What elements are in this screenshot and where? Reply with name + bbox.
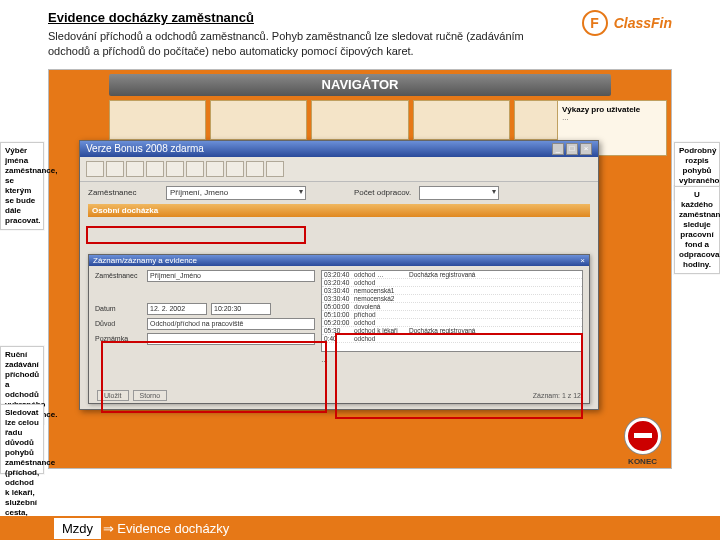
nav-thumb[interactable] [413, 100, 510, 140]
save-button[interactable]: Uložit [97, 390, 129, 401]
list-item[interactable]: 03:30:40nemocenská2 [322, 295, 582, 303]
page-header: Evidence docházky zaměstnanců Sledování … [0, 0, 720, 63]
note-input[interactable] [147, 333, 315, 345]
toolbar-button[interactable] [86, 161, 104, 177]
list-item[interactable]: 05:00:00dovolená [322, 303, 582, 311]
page-subtitle: Sledování příchodů a odchodů zaměstnanců… [48, 29, 562, 59]
callout-reasons: Sledovat lze celou řadu důvodů pohybů za… [0, 404, 44, 474]
date-input[interactable]: 12. 2. 2002 [147, 303, 207, 315]
dialog-title-text: Záznam/záznamy a evidence [93, 256, 197, 265]
toolbar-button[interactable] [166, 161, 184, 177]
brand-logo-icon: F [582, 10, 608, 36]
employee-field-row: Zaměstnanec Příjmení, Jmeno Počet odprac… [88, 186, 590, 200]
period-dropdown[interactable] [419, 186, 499, 200]
navigator-bar: NAVIGÁTOR [109, 74, 611, 96]
toolbar-button[interactable] [266, 161, 284, 177]
reason-label: Důvod [95, 320, 143, 327]
note-label: Poznámka [95, 335, 143, 342]
callout-work-fund: U každého zaměstnance sleduje pracovní f… [674, 186, 720, 274]
callout-select-employee: Výběr jména zaměstnance, se kterým se bu… [0, 142, 44, 230]
breadcrumb-rest: ⇒ Evidence docházky [99, 521, 229, 536]
toolbar [80, 157, 598, 182]
employee-label: Zaměstnanec [88, 188, 158, 197]
reason-input[interactable]: Odchod/příchod na pracoviště [147, 318, 315, 330]
toolbar-button[interactable] [206, 161, 224, 177]
dialog-left-column: Zaměstnanec Příjmení_Jméno Datum 12. 2. … [95, 270, 315, 396]
brand-logo: F ClassFin [582, 10, 672, 36]
page-title: Evidence docházky zaměstnanců [48, 10, 562, 25]
employee-input[interactable]: Příjmení_Jméno [147, 270, 315, 282]
list-item[interactable]: 05:10:00příchod [322, 311, 582, 319]
highlight-box [86, 226, 306, 244]
app-screenshot: NAVIGÁTOR Výkazy pro uživatele … Verze B… [48, 69, 672, 469]
close-icon[interactable]: × [580, 256, 585, 265]
window-title-text: Verze Bonus 2008 zdarma [86, 143, 204, 154]
stop-icon[interactable] [625, 418, 661, 454]
list-item[interactable]: 0:40odchod [322, 335, 582, 343]
list-item[interactable]: 03:20:40odchod [322, 279, 582, 287]
period-label: Počet odpracov. [354, 188, 411, 197]
movements-list[interactable]: 03:20:40odchod …Docházka registrovaná 03… [321, 270, 583, 352]
date-label: Datum [95, 305, 143, 312]
cancel-button[interactable]: Storno [133, 390, 168, 401]
konec-label: KONEC [628, 457, 657, 466]
record-status: Záznam: 1 z 12 [533, 392, 581, 399]
header-text: Evidence docházky zaměstnanců Sledování … [48, 10, 582, 59]
time-input[interactable]: 10:20:30 [211, 303, 271, 315]
list-item[interactable]: 03:20:40odchod …Docházka registrovaná [322, 271, 582, 279]
toolbar-button[interactable] [226, 161, 244, 177]
nav-thumb[interactable] [109, 100, 206, 140]
list-item[interactable]: 05:30odchod k lékařiDocházka registrovan… [322, 327, 582, 335]
close-icon[interactable]: × [580, 143, 592, 155]
info-line: … [321, 356, 328, 363]
maximize-icon[interactable]: □ [566, 143, 578, 155]
record-dialog: Záznam/záznamy a evidence × Zaměstnanec … [88, 254, 590, 404]
attendance-window: Verze Bonus 2008 zdarma _ □ × [79, 140, 599, 410]
breadcrumb-root: Mzdy [54, 518, 101, 539]
side-panel-title: Výkazy pro uživatele [562, 105, 662, 114]
dialog-titlebar[interactable]: Záznam/záznamy a evidence × [89, 255, 589, 266]
employee-dropdown[interactable]: Příjmení, Jmeno [166, 186, 306, 200]
employee-label: Zaměstnanec [95, 272, 143, 279]
list-item[interactable]: 05:20:00odchod [322, 319, 582, 327]
group-header: Osobní docházka [88, 204, 590, 217]
toolbar-button[interactable] [126, 161, 144, 177]
dialog-bottom-bar: Uložit Storno Záznam: 1 z 12 [97, 390, 581, 401]
toolbar-button[interactable] [186, 161, 204, 177]
dialog-right-column: 03:20:40odchod …Docházka registrovaná 03… [321, 270, 583, 396]
brand-logo-text: ClassFin [614, 15, 672, 31]
thumbnail-row [109, 100, 611, 140]
toolbar-button[interactable] [146, 161, 164, 177]
nav-thumb[interactable] [210, 100, 307, 140]
toolbar-button[interactable] [246, 161, 264, 177]
breadcrumb-footer: Mzdy ⇒ Evidence docházky [0, 516, 720, 540]
minimize-icon[interactable]: _ [552, 143, 564, 155]
window-titlebar[interactable]: Verze Bonus 2008 zdarma _ □ × [80, 141, 598, 157]
toolbar-button[interactable] [106, 161, 124, 177]
side-panel-line: … [562, 114, 662, 121]
list-item[interactable]: 03:30:40nemocenská1 [322, 287, 582, 295]
nav-thumb[interactable] [311, 100, 408, 140]
